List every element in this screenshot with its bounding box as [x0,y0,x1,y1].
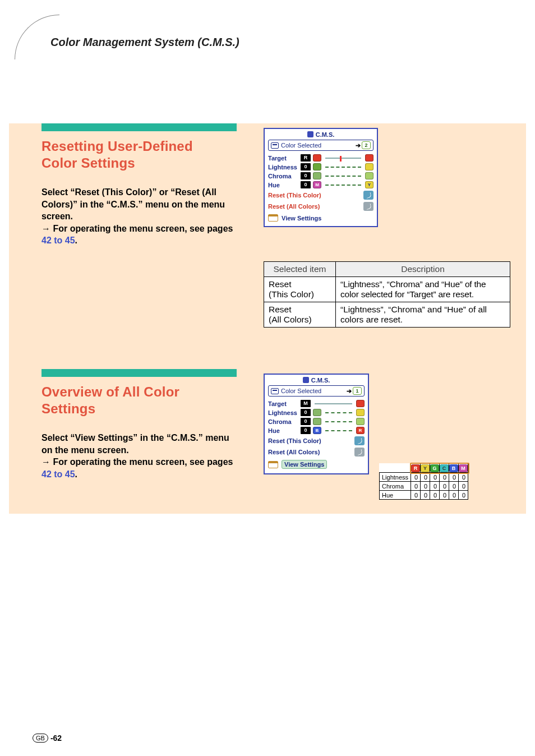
page-link[interactable]: 42 to 45 [41,469,75,479]
row-value: M [301,400,311,407]
osd-menu-cms-2: C.M.S. Color Selected ➔ 1 Target M Light… [264,374,369,474]
table-row: Reset (This Color) “Lightness”, “Chroma”… [264,277,510,302]
matrix-cell: 0 [459,473,468,482]
hue-chip-m: M [313,181,321,188]
page-title: Color Management System (C.M.S.) [50,36,239,49]
cms-icon [303,377,309,383]
osd-title: C.M.S. [268,131,373,138]
matrix-cell: 0 [459,482,468,491]
matrix-row: Hue000000 [380,491,468,500]
cell-line: (All Colors) [269,315,312,324]
cell-line: Reset [269,279,292,289]
row-label: Lightness [268,409,298,416]
matrix-cell: 0 [421,491,430,500]
matrix-cell: 0 [430,482,440,491]
osd-reset-this-color[interactable]: Reset (This Color) [268,191,373,200]
matrix-row-label: Hue [380,491,411,500]
slider-track [325,158,361,159]
matrix-header-chip: Y [421,464,430,473]
matrix-cell: 0 [411,491,421,500]
adjust-icon [365,172,373,179]
section-bar [41,369,237,377]
action-label: Reset (This Color) [268,192,321,199]
osd-view-settings[interactable]: View Settings [268,460,365,469]
matrix-row-label: Lightness [380,473,411,482]
osd-reset-all-colors[interactable]: Reset (All Colors) [268,448,365,457]
calendar-icon [271,142,279,149]
arrow-right-icon: ➔ [347,388,352,395]
row-value: R [301,154,311,162]
table-row: Reset (All Colors) “Lightness”, “Chroma”… [264,302,510,328]
row-label: Hue [268,427,298,434]
matrix-row-label: Chroma [380,482,411,491]
matrix-cell: 0 [430,473,440,482]
calendar-icon [271,388,279,394]
osd-menu-cms-1: C.M.S. Color Selected ➔ 2 Target R Light… [264,128,378,227]
matrix-cell: 0 [421,482,430,491]
matrix-cell: 0 [430,491,440,500]
osd-reset-all-colors[interactable]: Reset (All Colors) [268,202,373,211]
reset-icon [363,191,373,200]
table-cell-item: Reset (All Colors) [264,302,336,328]
osd-reset-this-color[interactable]: Reset (This Color) [268,436,365,445]
row-value: 0 [301,409,311,416]
slider-track [315,403,352,404]
section-body: Select “View Settings” in the “C.M.S.” m… [41,432,237,480]
matrix-cell: 0 [440,482,449,491]
row-value: 0 [301,418,311,425]
osd-view-settings[interactable]: View Settings [268,214,373,222]
table-header-description: Description [336,262,510,277]
adjust-icon [356,409,365,416]
slider-track [325,421,352,422]
matrix-cell: 0 [449,482,459,491]
view-label-highlighted: View Settings [282,460,327,469]
adjust-icon [356,418,365,425]
osd-row-chroma: Chroma 0 [268,418,365,425]
color-chip-red [356,400,365,407]
cms-icon [307,131,313,137]
description-table: Selected item Description Reset (This Co… [264,261,510,328]
action-label: Reset (This Color) [268,437,321,444]
section-body: Select “Reset (This Color)” or “Reset (A… [41,186,237,247]
matrix-cell: 0 [440,491,449,500]
slider-track [325,176,361,177]
page-number: -62 [50,734,62,743]
osd-sub-label: Color Selected [281,142,321,149]
osd-row-chroma: Chroma 0 [268,172,373,179]
table-cell-desc: “Lightness”, “Chroma” and “Hue” of the c… [336,277,510,302]
section-heading: Overview of All Color Settings [41,384,179,417]
matrix-row: Lightness000000 [380,473,468,482]
body-paragraph-2b: . [75,469,77,479]
matrix-cell: 0 [411,482,421,491]
slider-track [325,430,352,431]
row-label: Chroma [268,418,298,425]
color-selected-badge: 1 [353,387,362,395]
action-label: Reset (All Colors) [268,449,320,455]
matrix-cell: 0 [421,473,430,482]
row-label: Hue [268,182,298,188]
row-value: 0 [301,181,311,188]
adjust-icon [365,163,373,170]
matrix-cell: 0 [449,473,459,482]
heading-line-1: Overview of All Color [41,384,179,399]
heading-line-2: Settings [41,401,95,416]
row-label: Target [268,400,298,407]
row-value: 0 [301,163,311,170]
region-badge: GB [33,734,48,743]
row-label: Chroma [268,173,298,179]
table-cell-desc: “Lightness”, “Chroma” and “Hue” of all c… [336,302,510,328]
reset-icon [354,448,365,457]
view-settings-matrix: RYGCBMLightness000000Chroma000000Hue0000… [379,463,468,500]
cell-line: (This Color) [269,289,314,299]
osd-row-target: Target M [268,400,365,407]
slider-track [325,185,361,186]
matrix-cell: 0 [449,491,459,500]
page-link[interactable]: 42 to 45 [41,236,75,245]
color-selected-badge: 2 [362,141,371,149]
adjust-icon [313,418,321,425]
matrix-header-chip: R [411,464,421,473]
cell-line: Reset [269,305,292,314]
body-paragraph-2a: For operating the menu screen, see pages [50,457,233,467]
osd-title-text: C.M.S. [316,131,335,138]
color-chip-red [313,154,321,162]
